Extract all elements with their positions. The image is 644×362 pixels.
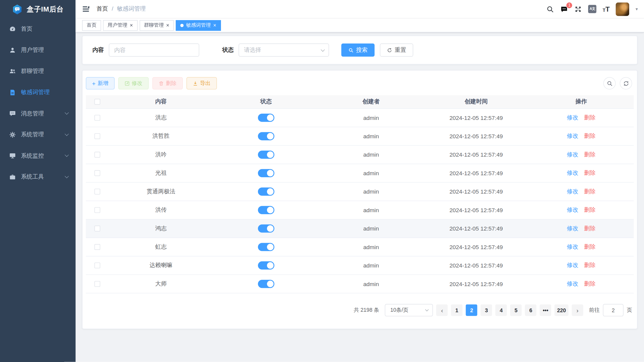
language-icon[interactable]: A文 xyxy=(588,5,597,13)
table-row[interactable]: 洪吟 admin 2024-12-05 12:57:49 修改 删除 xyxy=(86,146,634,164)
search-icon[interactable] xyxy=(546,5,554,13)
export-button[interactable]: 导出 xyxy=(186,77,217,89)
row-edit-link[interactable]: 修改 xyxy=(567,132,578,140)
table-refresh-button[interactable] xyxy=(620,77,632,89)
close-icon[interactable]: × xyxy=(130,23,133,28)
user-avatar[interactable] xyxy=(616,2,629,16)
table-row[interactable]: 虹志 admin 2024-12-05 12:57:49 修改 删除 xyxy=(86,238,634,256)
row-delete-link[interactable]: 删除 xyxy=(584,151,596,158)
row-delete-link[interactable]: 删除 xyxy=(584,188,596,195)
status-toggle[interactable] xyxy=(258,206,274,214)
status-filter-select[interactable]: 请选择 xyxy=(239,43,329,57)
tab-user-management[interactable]: 用户管理 × xyxy=(103,20,137,30)
table-row[interactable]: 贯通两极法 admin 2024-12-05 12:57:49 修改 删除 xyxy=(86,183,634,201)
row-delete-link[interactable]: 删除 xyxy=(584,262,596,269)
row-checkbox[interactable] xyxy=(94,207,100,213)
edit-button[interactable]: 修改 xyxy=(118,77,149,89)
page-button[interactable]: 220 xyxy=(555,304,569,316)
sidebar-item-groups[interactable]: 群聊管理 xyxy=(0,61,75,82)
sidebar-item-system-monitor[interactable]: 系统监控 xyxy=(0,145,75,166)
avatar-caret-icon[interactable]: ▾ xyxy=(636,6,638,12)
row-delete-link[interactable]: 删除 xyxy=(584,243,596,251)
select-all-checkbox[interactable] xyxy=(94,99,100,105)
close-icon[interactable]: × xyxy=(166,23,169,28)
row-edit-link[interactable]: 修改 xyxy=(567,206,578,214)
row-delete-link[interactable]: 删除 xyxy=(584,169,596,177)
status-toggle[interactable] xyxy=(258,261,274,270)
status-toggle[interactable] xyxy=(258,114,274,122)
row-checkbox[interactable] xyxy=(94,133,100,139)
table-row[interactable]: 洪志 admin 2024-12-05 12:57:49 修改 删除 xyxy=(86,109,634,127)
fullscreen-icon[interactable] xyxy=(574,5,582,13)
row-checkbox[interactable] xyxy=(94,244,100,250)
page-button[interactable]: 4 xyxy=(496,304,507,316)
status-toggle[interactable] xyxy=(258,188,274,196)
row-checkbox[interactable] xyxy=(94,226,100,232)
page-size-select[interactable]: 10条/页 xyxy=(385,304,433,316)
table-row[interactable]: 鸿志 admin 2024-12-05 12:57:49 修改 删除 xyxy=(86,219,634,238)
row-delete-link[interactable]: 删除 xyxy=(584,132,596,140)
page-button[interactable]: 3 xyxy=(481,304,492,316)
row-edit-link[interactable]: 修改 xyxy=(567,243,578,251)
row-edit-link[interactable]: 修改 xyxy=(567,188,578,195)
row-checkbox[interactable] xyxy=(94,152,100,158)
table-row[interactable]: 达赖喇嘛 admin 2024-12-05 12:57:49 修改 删除 xyxy=(86,256,634,275)
sidebar-item-messages[interactable]: 消息管理 xyxy=(0,103,75,124)
table-search-button[interactable] xyxy=(603,77,616,89)
breadcrumb-home[interactable]: 首页 xyxy=(97,5,108,13)
status-toggle[interactable] xyxy=(258,280,274,288)
row-delete-link[interactable]: 删除 xyxy=(584,114,596,121)
tab-group-management[interactable]: 群聊管理 × xyxy=(139,20,174,30)
row-edit-link[interactable]: 修改 xyxy=(567,169,578,177)
page-button[interactable]: 5 xyxy=(510,304,522,316)
row-checkbox[interactable] xyxy=(94,115,100,121)
cell-created-at: 2024-12-05 12:57:49 xyxy=(424,133,528,140)
row-edit-link[interactable]: 修改 xyxy=(567,262,578,269)
sidebar-item-system-tools[interactable]: 系统工具 xyxy=(0,166,75,188)
row-delete-link[interactable]: 删除 xyxy=(584,206,596,214)
status-toggle[interactable] xyxy=(258,243,274,251)
cell-content: 洪志 xyxy=(108,114,213,121)
row-checkbox[interactable] xyxy=(94,262,100,268)
search-button[interactable]: 搜索 xyxy=(341,43,374,57)
row-edit-link[interactable]: 修改 xyxy=(567,151,578,158)
row-checkbox[interactable] xyxy=(94,189,100,195)
page-button[interactable]: 2 xyxy=(466,304,477,316)
status-toggle[interactable] xyxy=(258,169,274,177)
page-button[interactable]: 6 xyxy=(525,304,537,316)
table-row[interactable]: 光祖 admin 2024-12-05 12:57:49 修改 删除 xyxy=(86,164,634,183)
sidebar-item-sensitive-words[interactable]: 敏感词管理 xyxy=(0,82,75,103)
sidebar-collapse-button[interactable] xyxy=(82,5,90,13)
sidebar-item-users[interactable]: 用户管理 xyxy=(0,39,75,61)
sidebar-item-home[interactable]: 首页 xyxy=(0,18,75,39)
page-button[interactable]: ••• xyxy=(540,304,551,316)
row-edit-link[interactable]: 修改 xyxy=(567,225,578,232)
next-page-button[interactable]: › xyxy=(572,304,583,316)
tab-sensitive-words[interactable]: 敏感词管理 × xyxy=(176,20,221,30)
row-checkbox[interactable] xyxy=(94,281,100,287)
prev-page-button[interactable]: ‹ xyxy=(436,304,448,316)
close-icon[interactable]: × xyxy=(213,23,216,28)
status-toggle[interactable] xyxy=(258,224,274,233)
add-button[interactable]: + 新增 xyxy=(86,77,115,89)
page-button[interactable]: 1 xyxy=(451,304,463,316)
message-icon[interactable]: 1 xyxy=(560,5,568,13)
status-toggle[interactable] xyxy=(258,132,274,141)
table-row[interactable]: 洪哲胜 admin 2024-12-05 12:57:49 修改 删除 xyxy=(86,127,634,146)
row-edit-link[interactable]: 修改 xyxy=(567,114,578,121)
delete-button[interactable]: 删除 xyxy=(152,77,183,89)
cell-actions: 修改 删除 xyxy=(529,151,634,158)
table-row[interactable]: 大师 admin 2024-12-05 12:57:49 修改 删除 xyxy=(86,275,634,293)
row-delete-link[interactable]: 删除 xyxy=(584,280,596,288)
goto-page-input[interactable] xyxy=(603,304,624,316)
row-edit-link[interactable]: 修改 xyxy=(567,280,578,288)
sidebar-item-system-settings[interactable]: 系统管理 xyxy=(0,124,75,145)
reset-button[interactable]: 重置 xyxy=(380,43,413,57)
row-delete-link[interactable]: 删除 xyxy=(584,225,596,232)
table-row[interactable]: 洪传 admin 2024-12-05 12:57:49 修改 删除 xyxy=(86,201,634,219)
status-toggle[interactable] xyxy=(258,151,274,159)
row-checkbox[interactable] xyxy=(94,170,100,176)
font-size-icon[interactable]: TT xyxy=(603,6,610,13)
content-filter-input[interactable] xyxy=(109,43,199,57)
tab-home[interactable]: 首页 xyxy=(82,20,101,30)
